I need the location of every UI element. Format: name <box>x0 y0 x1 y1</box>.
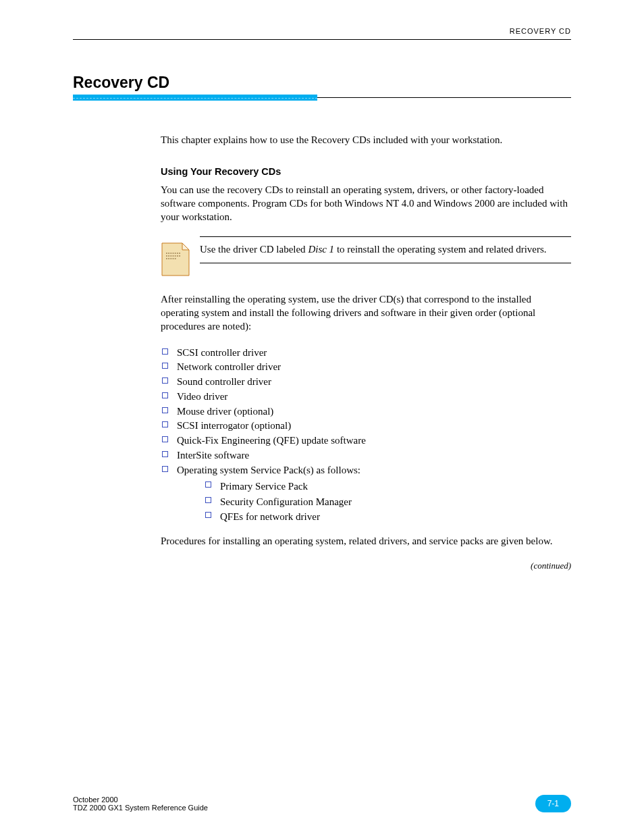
subhead-using-recovery: Using Your Recovery CDs <box>161 165 571 179</box>
list-item: QFEs for network driver <box>204 509 571 525</box>
list-item: Video driver <box>161 390 571 405</box>
title-underline <box>73 95 571 101</box>
list-item: SCSI controller driver <box>161 346 571 361</box>
intro-paragraph-2: You can use the recovery CDs to reinstal… <box>161 183 571 224</box>
header-breadcrumb: RECOVERY CD <box>73 27 571 35</box>
paragraph-4: Procedures for installing an operating s… <box>161 534 571 548</box>
footer-guide: TDZ 2000 GX1 System Reference Guide <box>73 804 208 812</box>
list-item: Mouse driver (optional) <box>161 405 571 419</box>
list-item: Security Configuration Manager <box>204 494 571 510</box>
list-item: Quick-Fix Engineering (QFE) update softw… <box>161 434 571 448</box>
header-rule <box>73 39 571 40</box>
list-item: SCSI interrogator (optional) <box>161 419 571 434</box>
page-footer: October 2000 TDZ 2000 GX1 System Referen… <box>73 795 571 812</box>
list-item: Sound controller driver <box>161 375 571 390</box>
list-item: InterSite software <box>161 448 571 463</box>
section-title: Recovery CD <box>73 74 571 92</box>
page-number-pill: 7-1 <box>535 795 571 812</box>
note-icon <box>161 242 190 280</box>
intro-paragraph: This chapter explains how to use the Rec… <box>161 133 571 147</box>
driver-list: SCSI controller driver Network controlle… <box>161 346 571 525</box>
list-item: Primary Service Pack <box>204 479 571 494</box>
list-item: Network controller driver <box>161 360 571 375</box>
continued-marker: (continued) <box>161 560 571 572</box>
footer-date: October 2000 <box>73 796 208 804</box>
note-text: Use the driver CD labeled Disc 1 to rein… <box>200 237 571 263</box>
paragraph-3: After reinstalling the operating system,… <box>161 292 571 334</box>
note-block: Use the driver CD labeled Disc 1 to rein… <box>161 236 571 280</box>
list-item: Operating system Service Pack(s) as foll… <box>161 463 571 525</box>
svg-marker-1 <box>182 243 189 250</box>
